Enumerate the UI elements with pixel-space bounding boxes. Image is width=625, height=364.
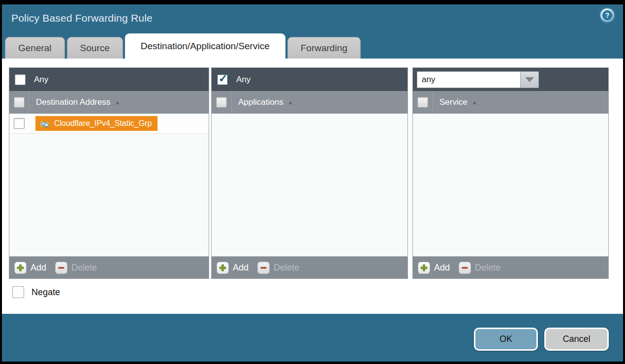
add-label: Add [233,263,249,273]
applications-panel: Any Applications ▲ Add [211,67,408,279]
add-plus-icon [418,262,430,274]
tab-general[interactable]: General [5,37,65,59]
applications-select-all-checkbox[interactable] [216,97,227,108]
policy-based-forwarding-dialog: Policy Based Forwarding Rule ? General S… [2,4,623,362]
dialog-titlebar: Policy Based Forwarding Rule ? [2,4,623,34]
applications-any-checkbox[interactable] [217,74,228,85]
applications-column-header: Applications ▲ [212,91,407,114]
row-checkbox[interactable] [14,118,25,129]
delete-button[interactable]: Delete [257,262,299,274]
dropdown-button[interactable] [520,71,539,88]
delete-label: Delete [71,263,97,273]
ok-button[interactable]: OK [474,328,538,351]
destination-list: Cloudflare_IPv4_Static_Grp [9,114,209,256]
address-group-icon [39,119,50,128]
add-plus-icon [217,262,229,274]
applications-any-row: Any [212,68,407,91]
service-type-row [413,68,608,91]
applications-list [212,114,407,256]
service-select-all-checkbox[interactable] [417,97,428,108]
negate-checkbox[interactable] [12,286,24,298]
service-footer: Add Delete [413,256,608,278]
sort-asc-icon[interactable]: ▲ [288,99,293,105]
cancel-button[interactable]: Cancel [544,328,609,351]
service-list [413,114,608,256]
delete-minus-icon [459,262,471,274]
delete-button[interactable]: Delete [55,262,97,274]
destination-select-all-checkbox[interactable] [14,97,25,108]
applications-column-label[interactable]: Applications [238,97,283,107]
service-column-header: Service ▲ [413,91,608,114]
row-label: Cloudflare_IPv4_Static_Grp [54,119,152,128]
delete-minus-icon [257,262,270,274]
sort-asc-icon[interactable]: ▲ [472,99,477,105]
add-button[interactable]: Add [217,262,249,274]
help-icon[interactable]: ? [600,8,614,22]
address-object-entry[interactable]: Cloudflare_IPv4_Static_Grp [35,116,157,131]
tab-destination-application-service[interactable]: Destination/Application/Service [125,33,285,59]
tab-content: Any Destination Address ▲ Cloudflare_IPv… [2,59,623,314]
delete-button[interactable]: Delete [459,262,500,274]
help-question-glyph: ? [602,10,612,20]
destination-column-header: Destination Address ▲ [9,91,209,114]
negate-row: Negate [12,286,60,298]
chevron-down-icon [525,77,534,82]
delete-label: Delete [475,263,500,273]
service-type-input[interactable] [417,71,520,88]
destination-any-label: Any [34,75,48,85]
service-type-select[interactable] [417,71,539,88]
delete-minus-icon [55,262,67,274]
sort-asc-icon[interactable]: ▲ [115,99,120,105]
service-column-label[interactable]: Service [439,97,468,107]
delete-label: Delete [274,263,299,273]
applications-footer: Add Delete [212,256,407,278]
destination-address-panel: Any Destination Address ▲ Cloudflare_IPv… [9,67,209,279]
add-button[interactable]: Add [418,262,450,274]
destination-column-label[interactable]: Destination Address [36,97,110,107]
service-panel: Service ▲ Add Delete [412,67,609,279]
tab-source[interactable]: Source [67,37,123,59]
destination-footer: Add Delete [9,256,209,278]
destination-any-row: Any [9,68,209,91]
tab-bar: General Source Destination/Application/S… [2,34,623,59]
add-button[interactable]: Add [14,262,46,274]
add-plus-icon [14,262,27,274]
negate-label: Negate [31,287,60,298]
tab-forwarding[interactable]: Forwarding [287,37,361,59]
dialog-title: Policy Based Forwarding Rule [11,12,153,24]
add-label: Add [434,263,450,273]
list-item[interactable]: Cloudflare_IPv4_Static_Grp [9,114,209,134]
destination-any-checkbox[interactable] [15,74,26,85]
applications-any-label: Any [236,75,250,85]
add-label: Add [31,263,46,273]
